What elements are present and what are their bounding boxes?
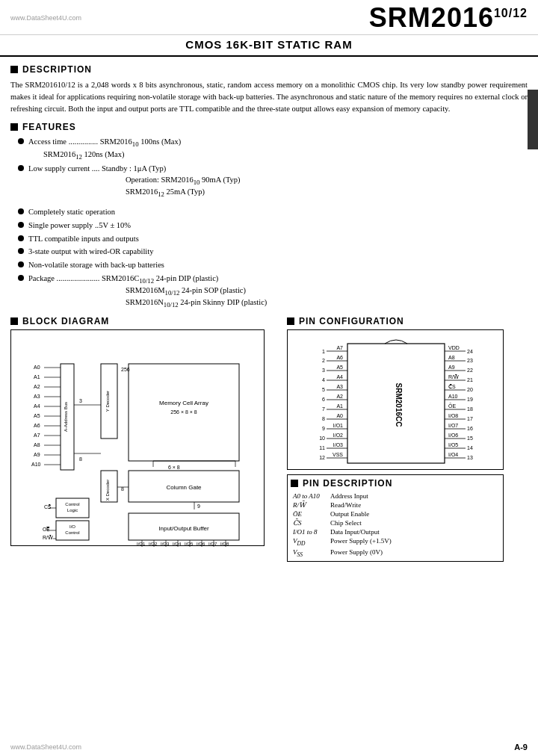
pin-function: Power Supply (0V) <box>328 548 500 559</box>
svg-text:I/O5: I/O5 <box>185 542 194 546</box>
access-label: Access time ............... <box>28 137 98 146</box>
supply-val: Standby : 1μA (Typ) <box>102 164 166 173</box>
footer: www.DataSheet4U.com A-9 <box>0 743 538 752</box>
svg-text:A10: A10 <box>31 462 41 467</box>
right-col: PIN CONFIGURATION SRM2016CC A7 1 <box>284 316 538 563</box>
svg-text:A0: A0 <box>336 413 343 418</box>
bullet-icon <box>18 275 24 281</box>
svg-text:22: 22 <box>467 368 473 373</box>
header-title-block: SRM201610/12 <box>369 4 528 31</box>
header: www.DataSheet4U.com SRM201610/12 <box>0 0 538 35</box>
svg-text:I/O4: I/O4 <box>448 452 458 457</box>
pin-name: R/W̄ <box>291 501 328 509</box>
svg-text:X Decoder: X Decoder <box>105 480 110 501</box>
svg-text:Input/Output Buffer: Input/Output Buffer <box>158 525 209 532</box>
features-list: Access time ............... SRM201610 10… <box>18 137 528 310</box>
svg-text:I/O4: I/O4 <box>173 542 182 546</box>
pin-desc-box: PIN DESCRIPTION A0 to A10 Address Input … <box>287 474 504 563</box>
footer-watermark: www.DataSheet4U.com <box>10 743 81 751</box>
svg-text:A6: A6 <box>336 355 343 360</box>
package-label: Package ...................... <box>28 274 99 282</box>
features-section: FEATURES Access time ............... SRM… <box>10 122 528 310</box>
description-section: DESCRIPTION The SRM201610/12 is a 2,048 … <box>10 64 528 114</box>
svg-text:A10: A10 <box>448 394 458 399</box>
table-row: VSS Power Supply (0V) <box>291 548 500 559</box>
svg-text:VSS: VSS <box>333 452 343 457</box>
svg-text:I/O1: I/O1 <box>333 423 343 428</box>
svg-text:9: 9 <box>197 504 200 509</box>
svg-text:A2: A2 <box>34 384 40 389</box>
description-text: The SRM201610/12 is a 2,048 words x 8 bi… <box>10 79 528 114</box>
table-row: C̄S Chip Select <box>291 518 500 527</box>
pin-function: Address Input <box>328 492 500 501</box>
svg-text:21: 21 <box>467 377 473 382</box>
svg-text:A1: A1 <box>336 403 343 409</box>
svg-text:256 × 8 × 8: 256 × 8 × 8 <box>170 409 197 415</box>
svg-text:C̄S: C̄S <box>448 384 456 389</box>
svg-text:6: 6 <box>322 397 325 402</box>
svg-text:I/O1: I/O1 <box>137 542 146 546</box>
svg-text:I/O2: I/O2 <box>149 542 158 546</box>
svg-text:4: 4 <box>322 377 325 382</box>
svg-text:A8: A8 <box>448 355 455 360</box>
block-diagram-box: A0 A1 A2 A3 A4 A5 A6 A7 A8 A9 A10 <box>10 329 265 546</box>
bullet-icon <box>18 165 24 171</box>
svg-text:24: 24 <box>467 349 473 354</box>
svg-text:19: 19 <box>467 397 473 402</box>
svg-text:A9: A9 <box>448 365 455 370</box>
svg-text:Y Decoder: Y Decoder <box>105 391 110 412</box>
description-square <box>10 66 18 73</box>
svg-text:2: 2 <box>322 358 325 363</box>
description-title: DESCRIPTION <box>22 64 92 75</box>
description-header: DESCRIPTION <box>10 64 528 75</box>
svg-text:23: 23 <box>467 358 473 363</box>
pin-config-title: PIN CONFIGURATION <box>287 316 528 326</box>
table-row: R/W̄ Read/Write <box>291 501 500 509</box>
pin-desc-square <box>291 480 298 487</box>
svg-text:A9: A9 <box>34 452 40 457</box>
svg-text:6 × 8: 6 × 8 <box>168 465 180 470</box>
svg-text:I/O8: I/O8 <box>220 542 229 546</box>
access-time-row: Access time ............... SRM201610 10… <box>28 137 181 149</box>
svg-text:Memory Cell Array: Memory Cell Array <box>159 400 208 406</box>
bullet-icon <box>18 222 24 228</box>
footer-page: A-9 <box>514 743 528 752</box>
svg-text:OE̅: OE̅ <box>43 527 50 532</box>
svg-text:Column Gate: Column Gate <box>166 484 202 491</box>
svg-text:Control: Control <box>65 530 79 535</box>
feature-3state-text: 3-state output with wired-OR capability <box>28 247 153 258</box>
svg-text:3: 3 <box>79 398 82 403</box>
feature-nonvolatile: Non-volatile storage with back-up batter… <box>18 260 528 271</box>
svg-text:14: 14 <box>467 445 473 450</box>
supply-sub2: SRM201612 25mA (Typ) <box>126 187 241 199</box>
pin-config-label: PIN CONFIGURATION <box>299 316 404 326</box>
block-diagram-svg: A0 A1 A2 A3 A4 A5 A6 A7 A8 A9 A10 <box>11 330 265 547</box>
svg-text:I/O6: I/O6 <box>197 542 205 546</box>
pin-name: VDD <box>291 536 328 548</box>
svg-text:I/O2: I/O2 <box>333 433 343 438</box>
svg-text:A5: A5 <box>34 413 40 418</box>
svg-text:A-Address Bus: A-Address Bus <box>64 402 68 432</box>
pin-function: Power Supply (+1.5V) <box>328 536 500 548</box>
svg-text:A4: A4 <box>34 403 40 409</box>
svg-text:8: 8 <box>79 456 82 462</box>
svg-text:7: 7 <box>322 406 325 412</box>
svg-text:12: 12 <box>319 455 325 460</box>
feature-package: Package ...................... SRM2016C1… <box>18 273 528 310</box>
svg-text:R/W̄: R/W̄ <box>448 374 459 379</box>
table-row: I/O1 to 8 Data Input/Output <box>291 527 500 536</box>
svg-text:I/O7: I/O7 <box>208 542 217 546</box>
svg-text:I/O3: I/O3 <box>333 442 343 447</box>
svg-text:10: 10 <box>319 436 325 441</box>
header-watermark: www.DataSheet4U.com <box>10 14 81 22</box>
pin-function: Data Input/Output <box>328 527 500 536</box>
svg-text:1: 1 <box>322 349 325 354</box>
svg-text:A0: A0 <box>34 365 40 370</box>
svg-text:A4: A4 <box>336 374 343 379</box>
pin-name: ŌE <box>291 509 328 518</box>
bottom-section: BLOCK DIAGRAM A0 A1 A2 A3 A4 A5 A6 A7 A8… <box>0 316 538 563</box>
pin-name: C̄S <box>291 518 328 527</box>
svg-text:3: 3 <box>322 368 325 373</box>
package-sub1: SRM2016M10/12 24-pin SOP (plastic) <box>126 285 267 297</box>
pin-name: A0 to A10 <box>291 492 328 501</box>
